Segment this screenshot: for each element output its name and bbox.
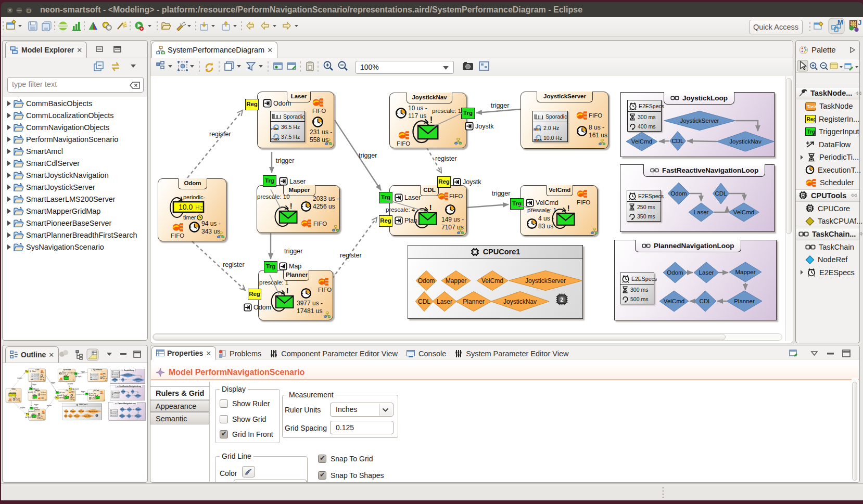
svg-text:M: M (837, 18, 843, 26)
svg-text:JoystickNav: JoystickNav (729, 138, 762, 145)
svg-text:VelCmd: VelCmd (481, 277, 503, 285)
svg-text:Mapper: Mapper (136, 408, 141, 410)
svg-text:Mapper: Mapper (735, 269, 756, 275)
svg-text:Hz: Hz (195, 204, 203, 211)
svg-text:Odom: Odom (65, 410, 69, 412)
svg-text:JoystickServer: JoystickServer (525, 277, 566, 285)
svg-text:Planner: Planner (463, 298, 484, 305)
svg-text:JoystickServer: JoystickServer (88, 410, 98, 412)
svg-text:CDL: CDL (131, 391, 134, 393)
svg-text:Planner: Planner (136, 415, 141, 417)
svg-text:Laser: Laser (69, 415, 72, 417)
svg-text:VelCmd: VelCmd (112, 379, 118, 381)
svg-text:Odom: Odom (670, 190, 687, 197)
svg-text:Laser: Laser (694, 209, 709, 215)
svg-text:VelCmd: VelCmd (664, 298, 684, 304)
svg-text:Reg: Reg (807, 117, 816, 122)
svg-text:Odom: Odom (121, 391, 125, 393)
svg-text:CDL: CDL (122, 379, 125, 381)
svg-text:JoystickNav: JoystickNav (84, 415, 92, 417)
svg-text:VelCmd: VelCmd (135, 395, 141, 397)
svg-text:JoystickServer: JoystickServer (123, 374, 132, 376)
svg-text:Planner: Planner (734, 298, 755, 304)
svg-text:CDL: CDL (671, 138, 684, 144)
svg-text:Mapper: Mapper (71, 410, 75, 412)
svg-text:VelCmd: VelCmd (733, 209, 754, 215)
svg-text:10.0: 10.0 (10, 394, 14, 396)
svg-text:CDL: CDL (715, 190, 727, 197)
svg-text:CDL: CDL (128, 415, 131, 417)
svg-text:Odom: Odom (121, 408, 124, 410)
svg-text:VelCmd: VelCmd (631, 138, 652, 145)
svg-text:JoystickNav: JoystickNav (135, 379, 142, 381)
svg-text:JoystickNav: JoystickNav (503, 298, 537, 305)
svg-text:Laser: Laser (126, 395, 130, 397)
svg-text:JoystickServer: JoystickServer (680, 118, 719, 124)
svg-text:CDL: CDL (418, 298, 430, 305)
svg-text:CDL: CDL (699, 298, 712, 304)
svg-text:Planner: Planner (74, 415, 79, 417)
svg-text:Laser: Laser (699, 269, 714, 276)
svg-text:VelCmd: VelCmd (79, 410, 84, 412)
svg-text:periodic-: periodic- (183, 194, 206, 200)
svg-text:Mapper: Mapper (446, 277, 467, 285)
svg-text:Laser: Laser (128, 408, 131, 410)
svg-text:2: 2 (561, 296, 564, 303)
svg-text:CDL: CDL (65, 415, 68, 417)
svg-text:VelCmd: VelCmd (120, 415, 125, 417)
svg-text:Odom: Odom (418, 277, 435, 285)
svg-text:timer: timer (183, 214, 196, 221)
svg-text:Laser: Laser (437, 298, 452, 305)
svg-text:J: J (858, 19, 861, 27)
svg-text:periodic-: periodic- (11, 392, 17, 393)
svg-text:10.0: 10.0 (179, 203, 193, 211)
svg-text:Trg: Trg (807, 129, 816, 135)
svg-text:Task: Task (807, 104, 816, 109)
svg-text:Odom: Odom (667, 269, 683, 276)
